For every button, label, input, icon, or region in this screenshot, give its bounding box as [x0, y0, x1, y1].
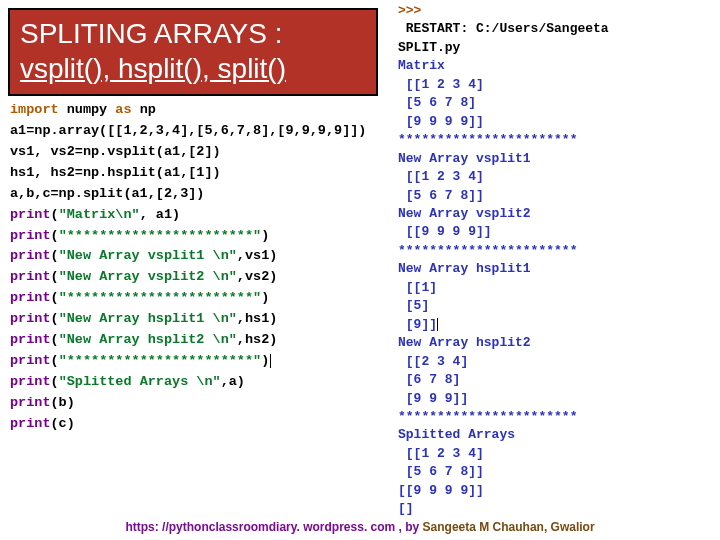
- out-line: Splitted Arrays: [398, 426, 718, 444]
- title-line1: SPLITING ARRAYS :: [20, 16, 366, 51]
- out-line: [5]: [398, 297, 718, 315]
- code-line: print("***********************"): [10, 226, 380, 247]
- code-line: a,b,c=np.split(a1,[2,3]): [10, 184, 380, 205]
- code-editor: import numpy as np a1=np.array([[1,2,3,4…: [10, 100, 380, 435]
- title-line2: vsplit(), hsplit(), split(): [20, 51, 366, 86]
- code-line: print("***********************"): [10, 351, 380, 372]
- out-line: [[9 9 9 9]]: [398, 482, 718, 500]
- out-line: New Array hsplit2: [398, 334, 718, 352]
- out-line: ***********************: [398, 408, 718, 426]
- shell-output: >>> RESTART: C:/Users/Sangeeta SPLIT.py …: [398, 2, 718, 519]
- code-line: vs1, vs2=np.vsplit(a1,[2]): [10, 142, 380, 163]
- out-line: [5 6 7 8]]: [398, 463, 718, 481]
- footer: https: //pythonclassroomdiary. wordpress…: [0, 520, 720, 534]
- out-line: [[2 3 4]: [398, 353, 718, 371]
- out-line: SPLIT.py: [398, 39, 718, 57]
- text-cursor: [437, 318, 438, 331]
- out-line: [[1]: [398, 279, 718, 297]
- code-line: import numpy as np: [10, 100, 380, 121]
- prompt: >>>: [398, 2, 718, 20]
- code-line: print("Matrix\n", a1): [10, 205, 380, 226]
- out-line: [9 9 9]]: [398, 390, 718, 408]
- code-line: print("New Array vsplit2 \n",vs2): [10, 267, 380, 288]
- footer-link: https: //pythonclassroomdiary. wordpress…: [125, 520, 419, 534]
- code-line: print("New Array vsplit1 \n",vs1): [10, 246, 380, 267]
- out-line: RESTART: C:/Users/Sangeeta: [398, 20, 718, 38]
- text-cursor: [270, 354, 271, 368]
- out-line: []: [398, 500, 718, 518]
- out-line: New Array vsplit2: [398, 205, 718, 223]
- code-line: print(c): [10, 414, 380, 435]
- out-line: [[1 2 3 4]: [398, 168, 718, 186]
- out-line: [9 9 9 9]]: [398, 113, 718, 131]
- code-line: print("Splitted Arrays \n",a): [10, 372, 380, 393]
- out-line: New Array hsplit1: [398, 260, 718, 278]
- out-line: [5 6 7 8]: [398, 94, 718, 112]
- slide-title: SPLITING ARRAYS : vsplit(), hsplit(), sp…: [8, 8, 378, 96]
- out-line: Matrix: [398, 57, 718, 75]
- out-line: ***********************: [398, 242, 718, 260]
- out-line: [6 7 8]: [398, 371, 718, 389]
- code-line: hs1, hs2=np.hsplit(a1,[1]): [10, 163, 380, 184]
- code-line: print("New Array hsplit2 \n",hs2): [10, 330, 380, 351]
- code-line: print("***********************"): [10, 288, 380, 309]
- code-line: print(b): [10, 393, 380, 414]
- out-line: New Array vsplit1: [398, 150, 718, 168]
- footer-author: Sangeeta M Chauhan, Gwalior: [419, 520, 594, 534]
- out-line: [[1 2 3 4]: [398, 445, 718, 463]
- out-line: [5 6 7 8]]: [398, 187, 718, 205]
- code-line: a1=np.array([[1,2,3,4],[5,6,7,8],[9,9,9,…: [10, 121, 380, 142]
- out-line: [9]]: [398, 316, 718, 334]
- out-line: ***********************: [398, 131, 718, 149]
- out-line: [[9 9 9 9]]: [398, 223, 718, 241]
- out-line: [[1 2 3 4]: [398, 76, 718, 94]
- code-line: print("New Array hsplit1 \n",hs1): [10, 309, 380, 330]
